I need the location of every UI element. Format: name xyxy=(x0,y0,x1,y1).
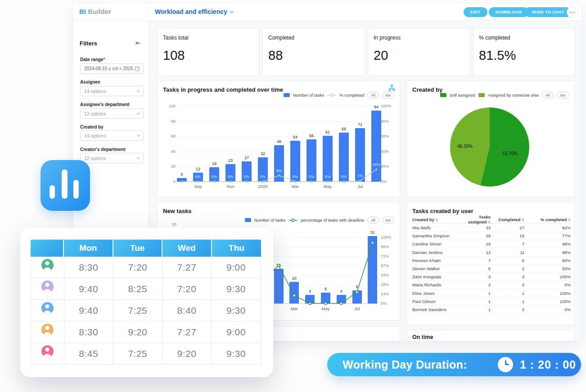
time-cell: 9:00 xyxy=(212,257,261,278)
all-pill[interactable]: All xyxy=(542,92,553,98)
bar xyxy=(225,164,235,182)
cell-tasks-assigned: 5 xyxy=(459,266,491,271)
time-cell: 9:20 xyxy=(162,343,212,364)
bar-pct-label: 0% xyxy=(256,174,270,179)
bar-value-label: 12 xyxy=(191,167,205,171)
cell-pct-completed: 77% xyxy=(524,233,571,238)
banner-time: 1 : 20 : 00 xyxy=(520,358,576,371)
time-cell: 7:20 xyxy=(113,257,162,278)
y2-axis-tick: 0% xyxy=(381,301,387,306)
assignee-select[interactable]: 14 options xyxy=(80,86,144,96)
cell-tasks-assigned: 16 xyxy=(459,241,491,246)
table-row: Bennett Saunders100% xyxy=(412,306,571,314)
bar xyxy=(305,295,315,303)
bar-pct-label: 16% xyxy=(370,162,383,167)
filter-label-assignee-department: Assignee's department xyxy=(80,102,130,107)
cell-tasks-assigned: 7 xyxy=(459,258,491,263)
kpi-value: 20 xyxy=(374,48,388,63)
y-axis-tick: 0 xyxy=(161,179,176,184)
timesheet-col-tue: Tue xyxy=(113,240,163,257)
cell-created-by: Bennett Saunders xyxy=(412,307,459,312)
timesheet-row: 9:407:258:409:30 xyxy=(31,300,261,321)
timesheet-corner-cell xyxy=(31,240,64,257)
cell-pct-completed: 0% xyxy=(524,282,571,287)
cell-completed: 0 xyxy=(491,307,524,312)
cell-tasks-assigned: 1 xyxy=(459,291,491,296)
send-to-chat-button[interactable]: SEND TO CHAT xyxy=(525,7,571,17)
gridline xyxy=(178,106,378,107)
bar-pct-label: 0% xyxy=(207,174,221,179)
assignee-department-select[interactable]: 12 options xyxy=(80,108,144,119)
col-tasks-assigned[interactable]: Tasks assigned⇅ xyxy=(459,214,491,224)
time-cell: 9:30 xyxy=(212,278,261,299)
bar-value-label: 19 xyxy=(207,161,221,166)
col-created-by[interactable]: Created by⇅ xyxy=(412,217,459,222)
more-options-icon[interactable]: ••• xyxy=(567,6,578,18)
time-cell: 8:40 xyxy=(162,300,212,321)
cell-created-by: Zaire Kongsala xyxy=(412,274,459,279)
cell-completed: 1 xyxy=(491,291,524,296)
user-table-card: Tasks created by user Created by⇅ Tasks … xyxy=(407,202,574,325)
created-by-select[interactable]: 14 options xyxy=(80,130,144,141)
dashboard-title-dropdown[interactable]: Workload and efficiency xyxy=(155,8,233,15)
edit-button[interactable]: EDIT xyxy=(464,7,487,17)
date-range-input[interactable]: 2024-08-15 ≤ col < 2025... xyxy=(80,63,144,74)
cell-created-by: Paul Gibson xyxy=(412,299,459,304)
inv-pill[interactable]: Inv xyxy=(557,92,569,98)
pie-label-dark: 53.70% xyxy=(502,151,518,156)
bar-value-label: 65 xyxy=(337,127,351,131)
download-button[interactable]: DOWNLOAD xyxy=(489,7,528,17)
bar xyxy=(368,236,377,303)
kpi-card-tasks-total: Tasks total 108 xyxy=(158,28,259,76)
cell-tasks-assigned: 3 xyxy=(459,274,491,279)
y-axis-tick: 40 xyxy=(161,149,176,154)
table-row: Eline Jones11100% xyxy=(412,290,571,298)
cell-tasks-assigned: 1 xyxy=(459,299,491,304)
x-axis-tick: Mar xyxy=(286,184,304,189)
cell-tasks-assigned: 25 xyxy=(459,233,491,238)
working-day-duration-banner: Working Day Duration: 1 : 20 : 00 xyxy=(327,353,581,376)
chart-card-created-by: Created by Self assigned Assigned by som… xyxy=(407,81,574,197)
cell-tasks-assigned: 13 xyxy=(459,250,491,255)
bar-value-label: 32 xyxy=(256,151,270,156)
y2-axis-tick: 86% xyxy=(381,245,389,249)
avatar-cell xyxy=(31,278,64,299)
bi-app-icon xyxy=(41,160,90,211)
cell-pct-completed: 80% xyxy=(524,258,571,263)
kpi-value: 108 xyxy=(163,48,185,63)
col-pct-completed[interactable]: % completed⇅ xyxy=(524,217,571,222)
bar-value-label: 16 xyxy=(272,263,285,267)
collapse-sidebar-icon[interactable]: ⇤ xyxy=(135,39,141,46)
clock-icon xyxy=(498,357,513,372)
col-completed[interactable]: Completed⇅ xyxy=(491,217,524,222)
kpi-label: In progress xyxy=(374,35,401,41)
cell-created-by: Eline Jones xyxy=(412,291,459,296)
on-time-card: On time xyxy=(407,330,574,341)
timesheet-col-mon: Mon xyxy=(64,240,113,257)
y2-axis-tick: 60% xyxy=(381,134,389,138)
creator-department-select[interactable]: 12 options xyxy=(80,153,144,163)
bar-value-label: 4 xyxy=(303,289,317,294)
y-axis-tick: 100 xyxy=(161,104,176,108)
bar-value-label: 61 xyxy=(321,130,334,134)
chart-title: Created by xyxy=(412,86,442,93)
table-row: Damian Jenkins131188% xyxy=(412,249,571,257)
bar-pct-label: 0% xyxy=(337,174,351,179)
cell-pct-completed: 46% xyxy=(524,241,571,246)
time-cell: 8:25 xyxy=(113,278,162,299)
timesheet-header: Mon Tue Wed Thu xyxy=(31,240,261,257)
y2-axis-tick: 43% xyxy=(381,273,389,277)
banner-label: Working Day Duration: xyxy=(343,358,467,371)
cell-tasks-assigned: 33 xyxy=(459,225,491,230)
cell-completed: 3 xyxy=(491,274,524,279)
cell-pct-completed: 88% xyxy=(524,250,571,255)
timesheet-body: 8:307:207:279:009:408:257:209:309:407:25… xyxy=(31,257,261,365)
cell-completed: 6 xyxy=(491,258,524,263)
bar xyxy=(289,282,299,303)
calendar-icon xyxy=(135,67,140,71)
timesheet-overlay: Mon Tue Wed Thu 8:307:207:279:009:408:25… xyxy=(20,228,273,377)
blue-user-avatar xyxy=(41,302,54,314)
table-title: Tasks created by user xyxy=(412,208,473,214)
kpi-card-in-progress: In progress 20 xyxy=(368,28,469,76)
bar xyxy=(177,178,187,182)
